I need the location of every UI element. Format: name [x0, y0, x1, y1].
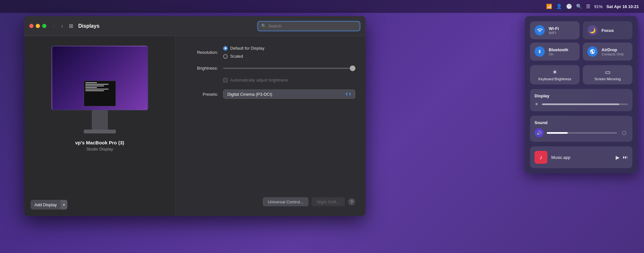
- terminal-line: [85, 90, 104, 91]
- bluetooth-info: Bluetooth On: [549, 47, 568, 56]
- focus-icon: 🌙: [587, 25, 598, 35]
- traffic-lights: [29, 24, 46, 28]
- left-panel: vp's MacBook Pro (3) Studio Display Add …: [24, 36, 175, 216]
- terminal-line: [85, 85, 104, 86]
- sound-row: 🔊 ⬡: [535, 128, 628, 137]
- focus-tile[interactable]: 🌙 Focus: [583, 21, 632, 39]
- screen-mirroring-tile[interactable]: ▭ Screen Mirroring: [583, 65, 632, 84]
- wifi-name: Wi-Fi: [549, 26, 559, 31]
- focus-info: Focus: [601, 28, 614, 33]
- play-button[interactable]: ▶: [616, 154, 620, 161]
- dropdown-arrows-icon: ⬆⬇: [345, 92, 352, 96]
- display-slider-row: ☀: [535, 102, 628, 107]
- right-panel: Resolution: Default for Display Scaled B…: [175, 36, 365, 216]
- auto-brightness-label: Automatically adjust brightness: [230, 78, 288, 83]
- bluetooth-name: Bluetooth: [549, 47, 568, 52]
- resolution-options: Default for Display Scaled: [223, 46, 264, 59]
- resolution-default-radio[interactable]: [223, 46, 228, 51]
- display-section: Display ☀: [530, 89, 632, 111]
- fullscreen-button[interactable]: [42, 24, 46, 28]
- displays-window: ‹ › ⊞ Displays 🔍 Search: [24, 16, 365, 216]
- keyboard-brightness-tile[interactable]: ☀ Keyboard Brightness: [530, 65, 580, 84]
- bluetooth-icon: [535, 46, 545, 57]
- airdrop-sub: Contacts Only: [601, 52, 624, 56]
- resolution-scaled-option[interactable]: Scaled: [223, 54, 264, 59]
- airplay-button[interactable]: ⬡: [620, 129, 628, 137]
- resolution-default-option[interactable]: Default for Display: [223, 46, 264, 51]
- back-button[interactable]: ‹: [52, 22, 56, 30]
- date-time: Sat Apr 16 10:21: [606, 4, 639, 9]
- wifi-info: Wi-Fi WIFI: [549, 26, 559, 35]
- brightness-slider[interactable]: [223, 68, 355, 69]
- sound-slider[interactable]: [547, 132, 617, 134]
- display-base: [84, 130, 116, 133]
- brightness-row: Brightness:: [186, 66, 355, 71]
- brightness-thumb[interactable]: [350, 65, 355, 71]
- terminal-preview: [84, 81, 116, 106]
- control-center: Wi-Fi WIFI 🌙 Focus Bluetooth On: [525, 16, 638, 173]
- sound-icon: 🔊: [535, 128, 544, 137]
- sound-section-title: Sound: [535, 120, 628, 125]
- sound-fill: [547, 132, 568, 134]
- help-button[interactable]: ?: [348, 198, 355, 205]
- forward-button[interactable]: ›: [60, 22, 64, 30]
- sound-section: Sound 🔊 ⬡: [530, 116, 632, 142]
- presets-dropdown[interactable]: Digital Cinema (P3-DCI) ⬆⬇: [223, 90, 355, 99]
- wifi-sub: WIFI: [549, 31, 559, 35]
- music-app-icon: ♪: [535, 151, 547, 164]
- airdrop-name: AirDrop: [601, 47, 624, 52]
- display-stand: [92, 110, 108, 130]
- add-display-button[interactable]: Add Display ▾: [31, 200, 67, 209]
- display-preview: [52, 46, 148, 110]
- wifi-menubar-icon[interactable]: 📶: [546, 4, 552, 9]
- night-shift-button[interactable]: Night Shift...: [312, 197, 345, 206]
- presets-value: Digital Cinema (P3-DCI): [227, 92, 272, 97]
- bluetooth-sub: On: [549, 52, 568, 56]
- keyboard-brightness-label: Keyboard Brightness: [538, 77, 571, 81]
- wifi-tile[interactable]: Wi-Fi WIFI: [530, 21, 580, 39]
- search-box[interactable]: 🔍 Search: [257, 21, 360, 31]
- search-menubar-icon[interactable]: 🔍: [576, 4, 582, 9]
- control-center-icon[interactable]: ☰: [586, 4, 590, 9]
- terminal-line: [85, 87, 97, 88]
- add-display-chevron[interactable]: ▾: [61, 200, 67, 209]
- display-section-title: Display: [535, 93, 628, 98]
- presets-row: Presets: Digital Cinema (P3-DCI) ⬆⬇: [186, 90, 355, 99]
- screen-mirroring-icon: ▭: [605, 69, 611, 76]
- universal-control-button[interactable]: Universal Control...: [263, 197, 309, 206]
- time-machine-icon[interactable]: 🕐: [566, 4, 572, 9]
- menubar-right: 📶 👤 🕐 🔍 ☰ 91% Sat Apr 16 10:21: [546, 4, 639, 9]
- music-row: ♪ Music.app ▶ ⏭: [535, 151, 628, 164]
- airdrop-info: AirDrop Contacts Only: [601, 47, 624, 56]
- airdrop-tile[interactable]: AirDrop Contacts Only: [583, 43, 632, 61]
- skip-button[interactable]: ⏭: [623, 154, 628, 161]
- grid-view-button[interactable]: ⊞: [69, 23, 73, 29]
- action-buttons: Universal Control... Night Shift... ?: [186, 197, 355, 206]
- terminal-line: [85, 89, 109, 90]
- resolution-scaled-label: Scaled: [230, 54, 243, 59]
- display-slider-fill: [542, 103, 619, 105]
- device-subtitle: Studio Display: [86, 147, 113, 151]
- resolution-scaled-radio[interactable]: [223, 54, 228, 59]
- search-icon: 🔍: [261, 24, 266, 28]
- close-button[interactable]: [29, 24, 33, 28]
- screen-mirroring-label: Screen Mirroring: [594, 77, 620, 81]
- minimize-button[interactable]: [36, 24, 40, 28]
- auto-brightness-row: Automatically adjust brightness: [223, 78, 355, 83]
- user-icon[interactable]: 👤: [556, 4, 562, 9]
- resolution-row: Resolution: Default for Display Scaled: [186, 46, 355, 59]
- add-display-label: Add Display: [31, 202, 61, 207]
- resolution-label: Resolution:: [186, 50, 218, 55]
- search-placeholder: Search: [268, 24, 281, 28]
- bluetooth-tile[interactable]: Bluetooth On: [530, 43, 580, 61]
- presets-label: Presets:: [186, 92, 218, 97]
- display-brightness-slider[interactable]: [542, 103, 628, 105]
- battery-percent: 91%: [594, 4, 602, 9]
- music-controls: ▶ ⏭: [616, 154, 628, 161]
- music-section: ♪ Music.app ▶ ⏭: [530, 146, 632, 168]
- wifi-tile-icon: [535, 25, 545, 35]
- terminal-line: [85, 84, 109, 85]
- auto-brightness-checkbox[interactable]: [223, 78, 228, 83]
- bottom-tiles-row: ☀ Keyboard Brightness ▭ Screen Mirroring: [530, 65, 632, 84]
- window-title: Displays: [78, 23, 253, 29]
